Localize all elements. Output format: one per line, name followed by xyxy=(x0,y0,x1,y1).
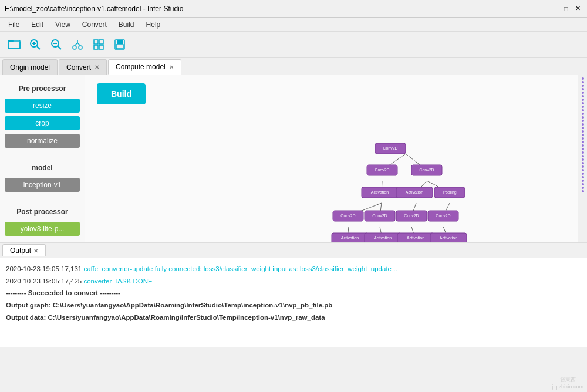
cut-button[interactable] xyxy=(68,35,87,54)
output-tab-close[interactable]: ✕ xyxy=(33,248,38,254)
graph-canvas: Conv2D Conv2D Conv2D Activation Activati… xyxy=(85,75,587,242)
build-button[interactable]: Build xyxy=(97,83,146,104)
zoom-out-icon xyxy=(50,39,62,50)
inception-v1-button[interactable]: inception-v1 xyxy=(5,178,80,192)
svg-text:Pooling: Pooling xyxy=(443,190,456,195)
log-line-2: 2020-10-23 19:05:17,425 converter-TASK D… xyxy=(6,275,581,288)
log-line-3: --------- Succeeded to convert --------- xyxy=(6,287,581,299)
pre-processor-label: Pre processor xyxy=(5,85,80,93)
svg-rect-21 xyxy=(116,45,123,49)
tab-convert-close[interactable]: ✕ xyxy=(95,64,99,70)
open-folder-icon xyxy=(8,38,21,51)
close-button[interactable]: ✕ xyxy=(573,4,582,13)
svg-text:Activation: Activation xyxy=(371,190,389,194)
titlebar: E:\model_zoo\caffe\inception-v1.caffemod… xyxy=(0,0,587,18)
svg-text:Conv2D: Conv2D xyxy=(404,214,419,218)
output-panel: Output ✕ 2020-10-23 19:05:17,131 caffe_c… xyxy=(0,242,587,347)
svg-line-6 xyxy=(37,46,40,49)
menu-build[interactable]: Build xyxy=(113,19,140,30)
svg-line-13 xyxy=(77,43,80,46)
output-tabs: Output ✕ xyxy=(0,243,587,258)
svg-rect-16 xyxy=(99,40,103,44)
menubar: File Edit View Convert Build Help xyxy=(0,18,587,32)
titlebar-controls: ─ □ ✕ xyxy=(549,4,582,13)
menu-help[interactable]: Help xyxy=(140,19,167,30)
open-folder-button[interactable] xyxy=(5,35,23,54)
log-line-4: Output graph: C:\Users\yuanfangyao\AppDa… xyxy=(6,299,581,312)
svg-text:Activation: Activation xyxy=(341,236,359,240)
menu-convert[interactable]: Convert xyxy=(76,19,113,30)
svg-text:Conv2D: Conv2D xyxy=(375,168,389,172)
expand-button[interactable] xyxy=(89,35,108,54)
toolbar xyxy=(0,32,587,58)
svg-text:Conv2D: Conv2D xyxy=(419,168,434,172)
minimize-button[interactable]: ─ xyxy=(549,4,559,13)
scissors-icon xyxy=(72,39,83,50)
watermark: 智東西jiqizhixin.com xyxy=(552,376,583,390)
save-button[interactable] xyxy=(110,35,129,54)
svg-line-9 xyxy=(58,46,61,49)
yolov3-button[interactable]: yolov3-lite-p... xyxy=(5,222,80,236)
svg-text:Activation: Activation xyxy=(406,190,423,194)
menu-view[interactable]: View xyxy=(49,19,76,30)
svg-point-10 xyxy=(73,46,76,49)
graph-area[interactable]: Build xyxy=(85,75,587,242)
log-line-1: 2020-10-23 19:05:17,131 caffe_converter-… xyxy=(6,263,581,275)
output-tab[interactable]: Output ✕ xyxy=(2,244,46,256)
svg-text:Activation: Activation xyxy=(407,236,424,240)
crop-button[interactable]: crop xyxy=(5,116,80,130)
svg-point-11 xyxy=(79,46,82,49)
svg-text:Activation: Activation xyxy=(440,236,457,240)
svg-rect-18 xyxy=(99,45,103,49)
svg-rect-17 xyxy=(94,45,98,49)
normalize-button[interactable]: normalize xyxy=(5,134,80,148)
tab-convert[interactable]: Convert ✕ xyxy=(59,59,107,75)
resize-button[interactable]: resize xyxy=(5,99,80,113)
output-content: 2020-10-23 19:05:17,131 caffe_converter-… xyxy=(0,258,587,347)
svg-text:Conv2D: Conv2D xyxy=(340,214,355,218)
post-processor-label: Post processor xyxy=(5,208,80,216)
tabs-bar: Origin model Convert ✕ Compute model ✕ xyxy=(0,58,587,75)
zoom-out-button[interactable] xyxy=(47,35,66,54)
svg-text:Conv2D: Conv2D xyxy=(436,214,450,218)
maximize-button[interactable]: □ xyxy=(561,4,571,13)
sidebar: Pre processor resize crop normalize mode… xyxy=(0,75,85,242)
svg-rect-15 xyxy=(94,40,98,44)
zoom-in-icon xyxy=(29,39,41,50)
tab-compute-model[interactable]: Compute model ✕ xyxy=(108,59,181,75)
expand-icon xyxy=(93,39,104,50)
svg-text:Activation: Activation xyxy=(374,236,392,240)
model-label: model xyxy=(5,164,80,172)
svg-line-12 xyxy=(75,43,77,46)
svg-text:Conv2D: Conv2D xyxy=(383,146,397,150)
tab-origin-model[interactable]: Origin model xyxy=(2,59,58,75)
content-area: Pre processor resize crop normalize mode… xyxy=(0,75,587,242)
save-icon xyxy=(114,39,126,50)
log-line-5: Output data: C:\Users\yuanfangyao\AppDat… xyxy=(6,312,581,324)
menu-file[interactable]: File xyxy=(2,19,25,30)
svg-rect-1 xyxy=(8,42,20,49)
zoom-in-button[interactable] xyxy=(26,35,45,54)
tab-compute-model-close[interactable]: ✕ xyxy=(169,64,174,70)
right-scrollbar xyxy=(578,75,587,242)
menu-edit[interactable]: Edit xyxy=(25,19,49,30)
titlebar-title: E:\model_zoo\caffe\inception-v1.caffemod… xyxy=(5,5,183,13)
svg-text:Conv2D: Conv2D xyxy=(372,214,387,218)
svg-rect-20 xyxy=(117,40,123,44)
